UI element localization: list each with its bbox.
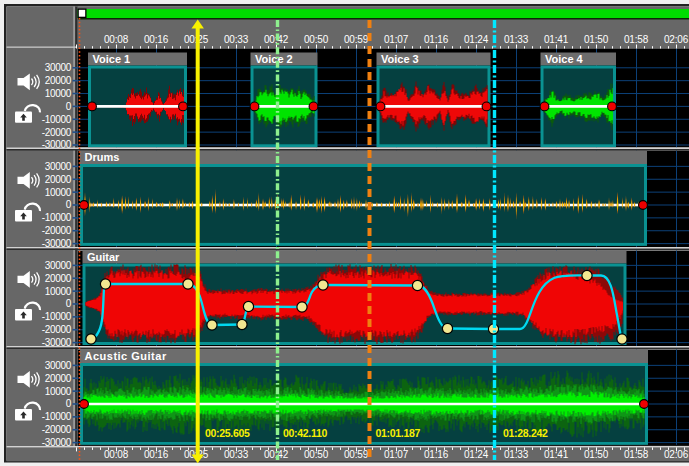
svg-text:02:06: 02:06 [664, 34, 689, 45]
svg-text:Acustic Guitar: Acustic Guitar [85, 350, 167, 362]
svg-text:-20000: -20000 [42, 127, 72, 138]
svg-text:01:50: 01:50 [584, 34, 609, 45]
svg-text:-10000: -10000 [42, 212, 72, 223]
svg-text:20000: 20000 [45, 75, 72, 86]
svg-text:-10000: -10000 [42, 411, 72, 422]
svg-text:10000: 10000 [45, 386, 72, 397]
svg-text:Voice 3: Voice 3 [381, 53, 419, 65]
svg-text:20000: 20000 [45, 273, 72, 284]
svg-text:Voice 1: Voice 1 [93, 53, 131, 65]
svg-text:00:59: 00:59 [344, 449, 369, 460]
svg-text:Voice 4: Voice 4 [545, 53, 584, 65]
svg-text:01:33: 01:33 [504, 449, 529, 460]
svg-text:00:33: 00:33 [224, 34, 249, 45]
svg-text:01:16: 01:16 [424, 34, 449, 45]
svg-text:Drums: Drums [85, 151, 120, 163]
svg-text:-20000: -20000 [42, 225, 72, 236]
svg-text:30000: 30000 [45, 260, 72, 271]
svg-text:01:24: 01:24 [464, 34, 489, 45]
svg-text:00:59: 00:59 [344, 34, 369, 45]
svg-text:30000: 30000 [45, 62, 72, 73]
svg-text:01:58: 01:58 [624, 34, 649, 45]
svg-text:01:01.187: 01:01.187 [376, 427, 421, 439]
svg-text:20000: 20000 [45, 174, 72, 185]
svg-text:00:25.605: 00:25.605 [205, 427, 250, 439]
svg-text:01:24: 01:24 [464, 449, 489, 460]
svg-text:30000: 30000 [45, 360, 72, 371]
svg-text:Voice 2: Voice 2 [255, 53, 293, 65]
svg-text:10000: 10000 [45, 187, 72, 198]
svg-text:-10000: -10000 [42, 311, 72, 322]
svg-text:01:41: 01:41 [544, 449, 569, 460]
svg-text:01:16: 01:16 [424, 449, 449, 460]
svg-text:01:33: 01:33 [504, 34, 529, 45]
svg-text:0: 0 [66, 101, 72, 112]
svg-text:-10000: -10000 [42, 114, 72, 125]
svg-text:01:41: 01:41 [544, 34, 569, 45]
svg-text:01:58: 01:58 [624, 449, 649, 460]
svg-text:00:16: 00:16 [144, 34, 169, 45]
svg-text:00:08: 00:08 [104, 449, 129, 460]
svg-text:01:28.242: 01:28.242 [503, 427, 548, 439]
svg-text:-20000: -20000 [42, 424, 72, 435]
svg-text:30000: 30000 [45, 161, 72, 172]
svg-text:0: 0 [66, 398, 72, 409]
svg-text:00:50: 00:50 [304, 449, 329, 460]
svg-text:01:07: 01:07 [384, 34, 409, 45]
svg-text:00:50: 00:50 [304, 34, 329, 45]
svg-text:02:06: 02:06 [664, 449, 689, 460]
svg-text:00:42.110: 00:42.110 [283, 427, 327, 439]
svg-text:0: 0 [66, 298, 72, 309]
svg-text:01:50: 01:50 [584, 449, 609, 460]
svg-text:00:08: 00:08 [104, 34, 129, 45]
svg-text:-20000: -20000 [42, 324, 72, 335]
svg-text:00:33: 00:33 [224, 449, 249, 460]
svg-text:10000: 10000 [45, 88, 72, 99]
svg-text:10000: 10000 [45, 286, 72, 297]
svg-text:0: 0 [66, 199, 72, 210]
svg-text:00:16: 00:16 [144, 449, 169, 460]
svg-text:Guitar: Guitar [87, 251, 120, 263]
svg-text:20000: 20000 [45, 373, 72, 384]
svg-text:01:07: 01:07 [384, 449, 409, 460]
